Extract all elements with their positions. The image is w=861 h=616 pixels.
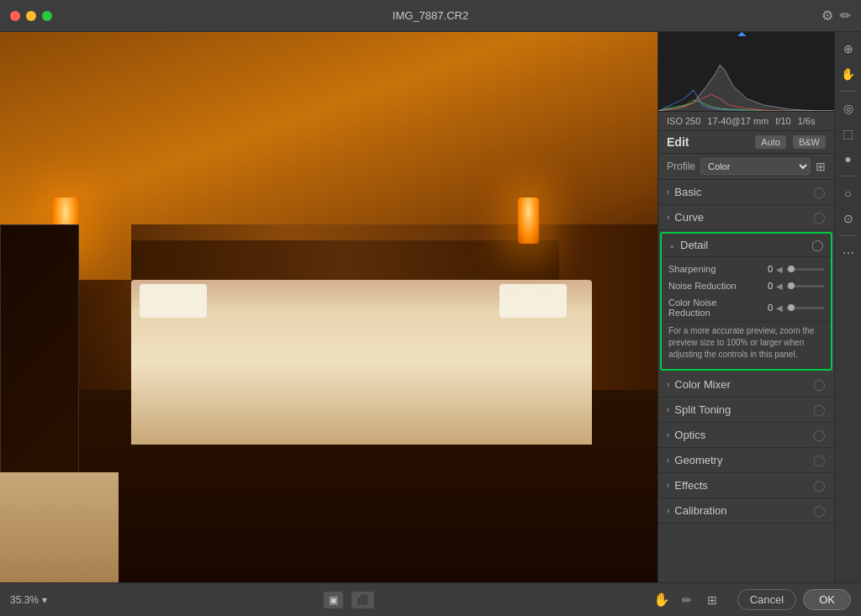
bottom-right-buttons: ✋ ✏ ⊞ Cancel OK: [652, 589, 851, 610]
zoom-value: 35.3%: [10, 594, 39, 606]
auto-button[interactable]: Auto: [755, 135, 786, 149]
single-view-button[interactable]: ▣: [324, 592, 343, 608]
bw-button[interactable]: B&W: [793, 135, 826, 149]
split-view-button[interactable]: ⬛: [351, 592, 374, 608]
sharpening-arrow: ◀: [776, 265, 783, 274]
optics-eye-icon: ◯: [813, 429, 826, 441]
split-toning-chevron: ›: [667, 405, 669, 414]
sharpening-thumb[interactable]: [788, 266, 795, 272]
panel-sections: › Basic ◯ › Curve ◯ ⌄ Detail: [658, 180, 834, 582]
zoom-dropdown-icon[interactable]: ▾: [42, 594, 47, 606]
title-bar: IMG_7887.CR2 ⚙ ✏: [0, 0, 861, 32]
sharpening-value: 0: [756, 264, 773, 274]
ok-button[interactable]: OK: [803, 589, 851, 610]
far-right-toolbar: ⊕ ✋ ◎ ⬚ ● ○ ⊙ ⋯: [834, 32, 861, 582]
photo-background: [0, 32, 658, 582]
profile-grid-icon[interactable]: ⊞: [816, 160, 826, 173]
sharpening-label: Sharpening: [668, 264, 753, 274]
profile-row: Profile Color ⊞: [658, 154, 834, 180]
section-basic[interactable]: › Basic ◯: [658, 180, 834, 205]
cancel-button[interactable]: Cancel: [737, 589, 796, 610]
effects-label: Effects: [674, 479, 813, 492]
traffic-lights: [10, 11, 52, 21]
toolbar-separator-1: [840, 91, 857, 92]
sharpening-track[interactable]: [786, 268, 824, 271]
right-panel: ISO 250 17-40@17 mm f/10 1/6s Edit Auto …: [658, 32, 834, 582]
content-area: ISO 250 17-40@17 mm f/10 1/6s Edit Auto …: [0, 32, 861, 582]
iso-value: ISO 250: [667, 116, 700, 126]
detail-content: Sharpening 0 ◀ Noise Reduction 0: [662, 257, 831, 369]
title-bar-actions: ⚙ ✏: [821, 8, 851, 24]
minimize-button[interactable]: [26, 11, 36, 21]
split-toning-eye-icon: ◯: [813, 403, 826, 416]
edit-label: Edit: [667, 135, 748, 149]
calibration-label: Calibration: [674, 504, 813, 517]
section-calibration[interactable]: › Calibration ◯: [658, 498, 834, 524]
spot-tool-icon[interactable]: ●: [838, 149, 858, 169]
calibration-chevron: ›: [667, 506, 669, 515]
eyedropper-tool-icon[interactable]: ◎: [838, 98, 858, 118]
detail-note: For a more accurate preview, zoom the pr…: [662, 321, 831, 366]
toolbar-separator-2: [840, 176, 857, 176]
bottom-center-icons: ▣ ⬛: [324, 592, 374, 608]
optics-label: Optics: [674, 429, 813, 441]
brush-icon[interactable]: ✏: [840, 8, 851, 24]
color-noise-reduction-track[interactable]: [786, 307, 824, 309]
lamp-right: [518, 197, 539, 244]
bottom-edit-icon[interactable]: ✏: [677, 590, 697, 610]
toolbar-separator-3: [840, 235, 857, 236]
section-effects[interactable]: › Effects ◯: [658, 473, 834, 498]
noise-reduction-arrow: ◀: [776, 282, 783, 291]
bed: [131, 280, 591, 445]
lens-value: 17-40@17 mm: [707, 116, 769, 126]
noise-reduction-track[interactable]: [786, 285, 824, 287]
app-window: IMG_7887.CR2 ⚙ ✏: [0, 0, 861, 616]
right-side: ISO 250 17-40@17 mm f/10 1/6s Edit Auto …: [658, 32, 861, 582]
detail-header[interactable]: ⌄ Detail ◯: [662, 234, 831, 257]
image-panel: [0, 32, 658, 582]
redeye-tool-icon[interactable]: ⊙: [838, 208, 858, 229]
basic-eye-icon: ◯: [813, 186, 826, 198]
filename-title: IMG_7887.CR2: [393, 9, 468, 22]
color-mixer-chevron: ›: [667, 380, 669, 389]
mask-tool-icon[interactable]: ○: [838, 183, 858, 203]
sharpening-row: Sharpening 0 ◀: [662, 261, 831, 277]
basic-chevron: ›: [667, 187, 669, 197]
close-button[interactable]: [10, 11, 20, 21]
tv-stand: [0, 224, 79, 500]
calibration-eye-icon: ◯: [813, 504, 826, 517]
section-optics[interactable]: › Optics ◯: [658, 423, 834, 448]
section-geometry[interactable]: › Geometry ◯: [658, 448, 834, 473]
noise-reduction-thumb[interactable]: [788, 282, 795, 289]
shutter-value: 1/6s: [798, 116, 816, 126]
detail-chevron: ⌄: [668, 240, 675, 250]
color-noise-reduction-row: Color Noise Reduction 0 ◀: [662, 294, 831, 321]
gear-icon[interactable]: ⚙: [821, 8, 833, 24]
detail-section: ⌄ Detail ◯ Sharpening 0 ◀: [660, 232, 832, 371]
zoom-tool-icon[interactable]: ⊕: [838, 39, 858, 59]
crop-tool-icon[interactable]: ⬚: [838, 124, 858, 144]
bottom-pan-icon[interactable]: ✋: [652, 590, 672, 610]
section-color-mixer[interactable]: › Color Mixer ◯: [658, 372, 834, 398]
color-noise-reduction-label: Color Noise Reduction: [668, 297, 753, 318]
color-noise-reduction-value: 0: [756, 303, 773, 313]
curve-chevron: ›: [667, 213, 669, 222]
more-tools-icon[interactable]: ⋯: [838, 243, 858, 263]
hand-tool-icon[interactable]: ✋: [838, 64, 858, 84]
geometry-eye-icon: ◯: [813, 454, 826, 466]
curve-label: Curve: [674, 211, 813, 224]
split-toning-label: Split Toning: [674, 403, 813, 416]
section-split-toning[interactable]: › Split Toning ◯: [658, 398, 834, 423]
geometry-chevron: ›: [667, 455, 669, 465]
section-curve[interactable]: › Curve ◯: [658, 205, 834, 230]
color-noise-reduction-thumb[interactable]: [788, 304, 795, 311]
zoom-control: 35.3% ▾: [10, 594, 47, 606]
bottom-grid-icon[interactable]: ⊞: [702, 590, 722, 610]
maximize-button[interactable]: [42, 11, 52, 21]
counter: [0, 472, 119, 582]
histogram: [658, 32, 834, 112]
basic-label: Basic: [674, 186, 813, 198]
noise-reduction-row: Noise Reduction 0 ◀: [662, 277, 831, 294]
profile-select[interactable]: Color: [700, 158, 811, 175]
curve-eye-icon: ◯: [813, 211, 826, 224]
